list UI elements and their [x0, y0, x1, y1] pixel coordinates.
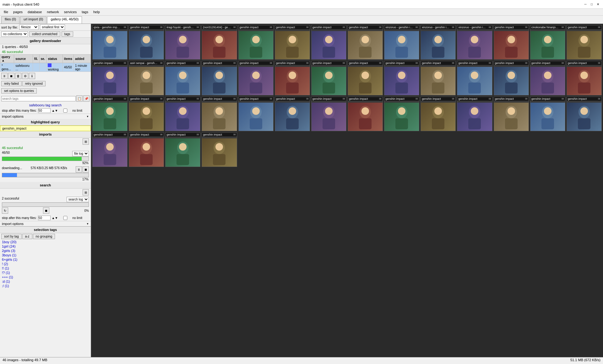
image-cell[interactable]: genshin impact ✉	[165, 132, 200, 167]
image-cell[interactable]: cinokonabe hinanjo) - gei... ✉	[530, 25, 565, 60]
image-cell[interactable]: genshin impact ✉	[238, 97, 274, 131]
image-cell[interactable]: genshin impact ✉	[275, 25, 310, 60]
maximize-button[interactable]: □	[589, 2, 594, 7]
image-cell[interactable]: genshin impact ✉	[202, 132, 237, 167]
paste-tags-button[interactable]: 📌	[83, 95, 90, 102]
image-cell[interactable]: xinzoruo - genshin impa... ✉	[457, 25, 492, 60]
image-cell[interactable]: qixia - genshin impact... ✉	[92, 25, 128, 60]
image-cell[interactable]: genshin impact ✉	[567, 61, 602, 95]
image-cell[interactable]: genshin impact ✉	[275, 61, 310, 95]
image-cell[interactable]: genshin impact ✉	[92, 132, 128, 167]
image-cell[interactable]: genshin impact ✉	[165, 61, 200, 95]
retry-failed-button[interactable]: retry failed	[1, 81, 22, 86]
image-cell[interactable]: genshin impact ✉	[348, 25, 383, 60]
copy-tags-button[interactable]: 📋	[76, 95, 83, 102]
image-cell[interactable]: genshin impact ✉	[165, 97, 200, 131]
tag-item[interactable]: 2girls (3)	[0, 249, 91, 253]
import-options-2-arrow[interactable]: ▼	[86, 222, 89, 225]
image-cell[interactable]: genshin impact ✉	[384, 97, 419, 131]
collect-select[interactable]: no collections	[1, 31, 28, 37]
imports-expand-button[interactable]: ⊞	[83, 138, 89, 145]
image-cell[interactable]: genshin impact ✉	[238, 61, 274, 95]
tag-item[interactable]: 3boys (1)	[0, 253, 91, 257]
file-limit-spinner[interactable]: ▲▼	[52, 109, 58, 112]
tag-item[interactable]: !? (1)	[0, 270, 91, 275]
pause-button[interactable]: ⏸	[1, 73, 8, 79]
set-options-button[interactable]: set options to queries	[1, 88, 37, 94]
no-limit-2-checkbox[interactable]	[59, 216, 72, 220]
tab-files[interactable]: files (0)	[1, 16, 19, 24]
tag-item[interactable]: 1girl (24)	[0, 244, 91, 249]
file-limit-2-spinner[interactable]: ▲▼	[52, 216, 58, 220]
image-cell[interactable]: xinzoruo - genshin impa... ✉	[421, 25, 456, 60]
search-log-select[interactable]: search log	[67, 197, 89, 202]
search-tags-input[interactable]	[1, 96, 76, 101]
minimize-button[interactable]: ─	[583, 2, 588, 7]
image-cell[interactable]: genshin impact ✉	[567, 25, 602, 60]
image-cell[interactable]: asiri senpai - genshin imp... ✉	[129, 61, 164, 95]
tag-item[interactable]: !! (1)	[0, 266, 91, 270]
col-source[interactable]: source	[14, 55, 33, 63]
image-cell[interactable]: genshin impact ✉	[421, 61, 456, 95]
az-button[interactable]: a-z	[22, 234, 32, 239]
tags-button[interactable]: tags	[62, 31, 73, 37]
image-cell[interactable]: genshin impact ✉	[311, 97, 346, 131]
file-limit-2-input[interactable]	[38, 216, 51, 220]
image-cell[interactable]: genshin impact ✉	[238, 25, 274, 60]
tag-item[interactable]: 1boy (20)	[0, 240, 91, 244]
image-cell[interactable]: genshin impact ✉	[457, 61, 492, 95]
tag-item[interactable]: ! (2)	[0, 262, 91, 266]
tag-item[interactable]: 6+girls (1)	[0, 257, 91, 262]
image-cell[interactable]: genshin impact ✉	[494, 25, 529, 60]
image-cell[interactable]: genshin impact ✉	[348, 61, 383, 95]
col-status[interactable]: status	[46, 55, 62, 63]
image-cell[interactable]: genshin impact ✉	[494, 61, 529, 95]
search-expand-button[interactable]: ⊞	[83, 189, 89, 195]
info-button[interactable]: ℹ	[29, 73, 35, 79]
table-row[interactable]: * gens... safebooru ... working 46/50 1 …	[0, 63, 91, 72]
image-cell[interactable]: genshin impact ✉	[567, 97, 602, 131]
collect-unmatched-button[interactable]: collect unmatched	[29, 31, 60, 37]
image-cell[interactable]: genshin impact ✉	[129, 97, 164, 131]
no-limit-checkbox[interactable]	[59, 109, 72, 113]
col-items[interactable]: items	[62, 55, 73, 63]
tab-gallery[interactable]: gallery (46, 46/50)	[47, 16, 82, 24]
image-cell[interactable]: genshin impact ✉	[421, 97, 456, 131]
image-cell[interactable]: genshin impact ✉	[129, 25, 164, 60]
menu-file[interactable]: file	[1, 9, 11, 15]
tag-item[interactable]: :d (1)	[0, 279, 91, 284]
col-fil[interactable]: fil.	[33, 55, 39, 63]
col-added[interactable]: added	[73, 55, 90, 63]
download-stop-button[interactable]: ⏹	[83, 166, 89, 173]
sort-by-select[interactable]: filesize filename date	[19, 24, 39, 30]
menu-database[interactable]: database	[25, 9, 44, 15]
safebooru-tag-search-label[interactable]: safebooru tag search	[0, 103, 91, 108]
tab-url-import[interactable]: url import (0)	[20, 16, 46, 24]
image-cell[interactable]: genshin impact ✉	[275, 97, 310, 131]
image-cell[interactable]: genshin impact ✉	[92, 61, 128, 95]
delete-button[interactable]: 🗑	[15, 73, 21, 79]
image-cell[interactable]: genshin impact ✉	[457, 97, 492, 131]
image-cell[interactable]: iiragi fuyuki - genshin im... ✉	[165, 25, 200, 60]
retry-ignored-button[interactable]: retry ignored	[22, 81, 46, 86]
col-se[interactable]: se.	[39, 55, 46, 63]
stop-button[interactable]: ⏹	[8, 73, 14, 79]
image-cell[interactable]: genshin impact ✉	[92, 97, 128, 131]
image-cell[interactable]: genshin impact ✉	[384, 61, 419, 95]
image-cell[interactable]: genshin impact ✉	[348, 97, 383, 131]
menu-network[interactable]: network	[44, 9, 62, 15]
download-pause-button[interactable]: ⏸	[76, 166, 82, 173]
menu-pages[interactable]: pages	[11, 9, 25, 15]
sort-order-select[interactable]: smallest first largest first	[40, 24, 65, 30]
image-cell[interactable]: genshin impact ✉	[530, 97, 565, 131]
file-log-select[interactable]: file log	[72, 151, 89, 156]
image-cell[interactable]: xinzoruo - genshin impa... ✉	[384, 25, 419, 60]
col-query[interactable]: query ▲	[0, 55, 14, 63]
image-cell[interactable]: genshin impact ✉	[311, 25, 346, 60]
no-grouping-button[interactable]: no grouping	[33, 234, 55, 239]
image-cell[interactable]: genshin impact ✉	[202, 61, 237, 95]
sort-by-tag-button[interactable]: sort by tag	[1, 234, 22, 239]
menu-help[interactable]: help	[91, 9, 102, 15]
image-cell[interactable]: genshin impact ✉	[129, 132, 164, 167]
image-cell[interactable]: genshin impact ✉	[202, 97, 237, 131]
